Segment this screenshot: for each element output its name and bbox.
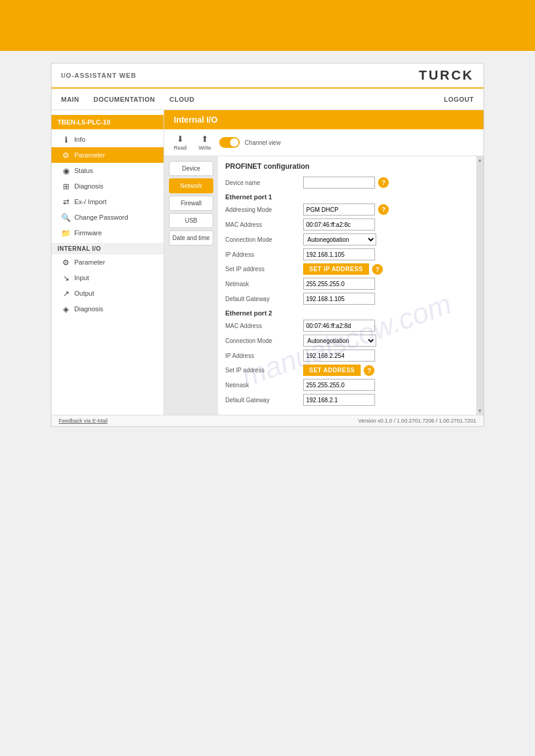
default-gateway2-row: Default Gateway xyxy=(225,394,469,406)
addressing-mode-help-icon[interactable]: ? xyxy=(378,204,389,215)
panel-header: Internal I/O xyxy=(164,110,483,129)
set-ip2-button[interactable]: SET ADDRESS xyxy=(303,365,361,376)
sidebar-item-status-label: Status xyxy=(74,167,93,174)
sidebar-item-io-input[interactable]: ↘ Input xyxy=(52,270,164,286)
ethernet2-section: Ethernet port 2 MAC Address Connection M… xyxy=(225,309,469,406)
sidebar-item-io-output-label: Output xyxy=(74,290,94,297)
sidebar-item-change-password-label: Change Password xyxy=(74,214,128,221)
addressing-mode-input[interactable] xyxy=(303,204,375,215)
device-name-label: Device name xyxy=(225,180,303,186)
io-parameter-icon: ⚙ xyxy=(61,257,71,267)
netmask-row: Netmask xyxy=(225,278,469,290)
set-ip2-label: Set IP address xyxy=(225,367,303,374)
nav-left: MAIN DOCUMENTATION CLOUD xyxy=(61,91,194,108)
netmask2-input[interactable] xyxy=(303,379,375,391)
io-diagnosis-icon: ◈ xyxy=(61,304,71,314)
diagnosis-icon: ⊞ xyxy=(61,181,71,191)
status-icon: ◉ xyxy=(61,166,71,175)
app-title: I/O-ASSISTANT WEB xyxy=(61,72,137,79)
side-nav-date-time[interactable]: Date and time xyxy=(169,230,213,245)
sidebar-item-ex-import[interactable]: ⇄ Ex-/ Import xyxy=(52,194,164,210)
main-panel: Internal I/O ⬇ Read ⬆ Write Channel view xyxy=(164,110,483,415)
sidebar-item-firmware[interactable]: 📁 Firmware xyxy=(52,225,164,241)
ip-address-label: IP Address xyxy=(225,251,303,258)
default-gateway-row: Default Gateway xyxy=(225,293,469,305)
addressing-mode-label: Addressing Mode xyxy=(225,207,303,213)
sidebar-item-parameter[interactable]: ⚙ Parameter xyxy=(52,147,164,163)
mac2-address-label: MAC Address xyxy=(225,323,303,329)
mac-address-row: MAC Address xyxy=(225,218,469,230)
sidebar-item-diagnosis-label: Diagnosis xyxy=(74,183,103,190)
sidebar-item-io-parameter[interactable]: ⚙ Parameter xyxy=(52,254,164,270)
netmask2-row: Netmask xyxy=(225,379,469,391)
side-nav-network[interactable]: Network xyxy=(169,178,213,193)
sidebar-item-firmware-label: Firmware xyxy=(74,229,102,236)
nav-item-main[interactable]: MAIN xyxy=(61,91,79,108)
sidebar-item-io-input-label: Input xyxy=(74,274,89,281)
io-input-icon: ↘ xyxy=(61,273,71,283)
app-footer: Feedback via E-Mail Version v0.1.0 / 1.0… xyxy=(52,415,483,426)
sidebar: TBEN-L5-PLC-10 ℹ Info ⚙ Parameter ◉ Stat… xyxy=(52,110,164,415)
set-ip-help-icon[interactable]: ? xyxy=(372,264,383,275)
channel-view-toggle[interactable] xyxy=(219,137,240,148)
read-button[interactable]: ⬇ Read xyxy=(170,133,191,152)
set-ip-button[interactable]: SET IP ADDRESS xyxy=(303,263,369,275)
channel-view-label: Channel view xyxy=(244,139,280,146)
ip2-address-input[interactable] xyxy=(303,350,375,362)
netmask-input[interactable] xyxy=(303,278,375,290)
sidebar-item-info[interactable]: ℹ Info xyxy=(52,132,164,147)
device-name-help-icon[interactable]: ? xyxy=(378,177,389,188)
ip2-address-label: IP Address xyxy=(225,353,303,359)
top-banner xyxy=(0,0,535,51)
scroll-up-arrow[interactable]: ▲ xyxy=(477,157,482,163)
sidebar-section-internal-io: INTERNAL I/O xyxy=(52,243,164,254)
connection2-mode-select[interactable]: Autonegotiation xyxy=(303,335,376,347)
toolbar: ⬇ Read ⬆ Write Channel view xyxy=(164,129,483,156)
profinet-title: PROFINET configuration xyxy=(225,162,469,172)
nav-item-cloud[interactable]: CLOUD xyxy=(170,91,195,108)
ex-import-icon: ⇄ xyxy=(61,197,71,207)
side-nav-firewall[interactable]: Firewall xyxy=(169,196,213,211)
sidebar-item-change-password[interactable]: 🔍 Change Password xyxy=(52,210,164,225)
set-ip-row: Set IP address SET IP ADDRESS ? xyxy=(225,263,469,275)
sidebar-item-status[interactable]: ◉ Status xyxy=(52,163,164,178)
side-nav-usb[interactable]: USB xyxy=(169,213,213,228)
sidebar-item-info-label: Info xyxy=(74,136,85,143)
change-password-icon: 🔍 xyxy=(61,212,71,222)
ethernet1-title: Ethernet port 1 xyxy=(225,193,469,201)
ip-address-row: IP Address xyxy=(225,248,469,260)
feedback-link[interactable]: Feedback via E-Mail xyxy=(59,418,108,424)
scroll-bar[interactable]: ▲ ▼ xyxy=(476,156,483,415)
nav-logout[interactable]: LOGOUT xyxy=(444,96,474,103)
default-gateway-label: Default Gateway xyxy=(225,296,303,302)
device-name-input[interactable] xyxy=(303,177,375,189)
parameter-icon: ⚙ xyxy=(61,150,71,160)
app-frame: I/O-ASSISTANT WEB TURCK MAIN DOCUMENTATI… xyxy=(51,63,484,427)
sidebar-item-io-diagnosis[interactable]: ◈ Diagnosis xyxy=(52,301,164,317)
info-icon: ℹ xyxy=(61,135,71,144)
ethernet1-section: Ethernet port 1 Addressing Mode ? MAC Ad… xyxy=(225,193,469,305)
connection-mode-select[interactable]: Autonegotiation xyxy=(303,233,376,245)
device-name-row: Device name ? xyxy=(225,177,469,189)
scroll-down-arrow[interactable]: ▼ xyxy=(477,408,482,414)
write-label: Write xyxy=(199,145,211,151)
turck-logo: TURCK xyxy=(419,68,474,83)
form-area: PROFINET configuration Device name ? Eth… xyxy=(218,156,476,415)
set-ip2-help-icon[interactable]: ? xyxy=(364,365,374,376)
write-button[interactable]: ⬆ Write xyxy=(195,133,215,152)
default-gateway-input[interactable] xyxy=(303,293,375,305)
mac2-address-row: MAC Address xyxy=(225,320,469,332)
sidebar-item-io-output[interactable]: ↗ Output xyxy=(52,286,164,301)
nav-bar: MAIN DOCUMENTATION CLOUD LOGOUT xyxy=(52,89,483,110)
nav-item-documentation[interactable]: DOCUMENTATION xyxy=(93,91,155,108)
mac-address-input[interactable] xyxy=(303,218,375,230)
content-area: TBEN-L5-PLC-10 ℹ Info ⚙ Parameter ◉ Stat… xyxy=(52,110,483,415)
default-gateway2-input[interactable] xyxy=(303,394,375,406)
mac2-address-input[interactable] xyxy=(303,320,375,332)
sidebar-item-ex-import-label: Ex-/ Import xyxy=(74,198,107,205)
firmware-icon: 📁 xyxy=(61,228,71,238)
ip-address-input[interactable] xyxy=(303,248,375,260)
sidebar-item-diagnosis[interactable]: ⊞ Diagnosis xyxy=(52,178,164,194)
side-nav-device[interactable]: Device xyxy=(169,161,213,176)
device-title: TBEN-L5-PLC-10 xyxy=(52,115,164,129)
